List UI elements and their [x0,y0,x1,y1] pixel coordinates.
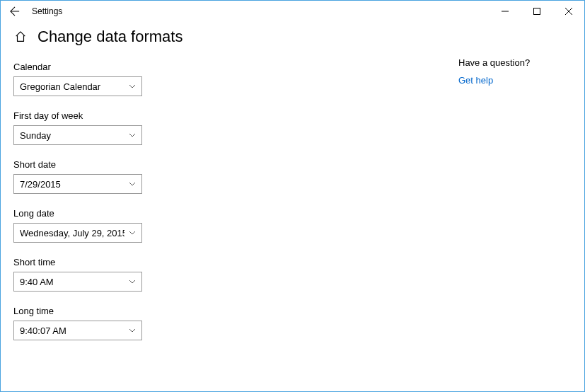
long-time-label: Long time [13,306,183,316]
first-day-dropdown[interactable]: Sunday [13,125,142,145]
page-title: Change data formats [37,28,183,46]
short-time-value: 9:40 AM [20,277,54,287]
chevron-down-icon [129,182,136,186]
calendar-dropdown[interactable]: Gregorian Calendar [13,76,142,96]
first-day-value: Sunday [20,130,51,141]
help-heading: Have a question? [458,57,564,68]
long-date-value: Wednesday, July 29, 2015 [20,228,124,238]
chevron-down-icon [129,231,136,235]
maximize-icon [533,8,540,15]
chevron-down-icon [129,328,136,333]
long-date-label: Long date [13,208,183,219]
short-time-dropdown[interactable]: 9:40 AM [13,272,142,292]
window-controls [489,1,584,22]
arrow-left-icon [10,6,20,16]
short-date-label: Short date [13,159,183,170]
long-time-dropdown[interactable]: 9:40:07 AM [13,321,142,340]
window-title: Settings [32,6,62,16]
short-date-value: 7/29/2015 [20,179,61,190]
chevron-down-icon [129,279,136,284]
calendar-value: Gregorian Calendar [20,81,100,92]
maximize-button[interactable] [521,1,552,22]
home-button[interactable] [13,30,28,44]
long-date-dropdown[interactable]: Wednesday, July 29, 2015 [13,223,142,243]
chevron-down-icon [129,133,136,137]
chevron-down-icon [129,84,136,88]
first-day-label: First day of week [13,110,183,121]
close-button[interactable] [552,1,584,22]
get-help-link[interactable]: Get help [458,75,564,86]
minimize-icon [502,8,509,15]
long-time-value: 9:40:07 AM [20,325,66,336]
home-icon [14,30,27,43]
close-icon [565,8,572,15]
calendar-label: Calendar [13,62,183,72]
minimize-button[interactable] [489,1,521,22]
short-time-label: Short time [13,257,183,267]
short-date-dropdown[interactable]: 7/29/2015 [13,174,142,194]
page-header: Change data formats [13,28,183,46]
svg-rect-0 [533,8,540,15]
back-button[interactable] [6,3,23,20]
help-section: Have a question? Get help [458,57,564,86]
